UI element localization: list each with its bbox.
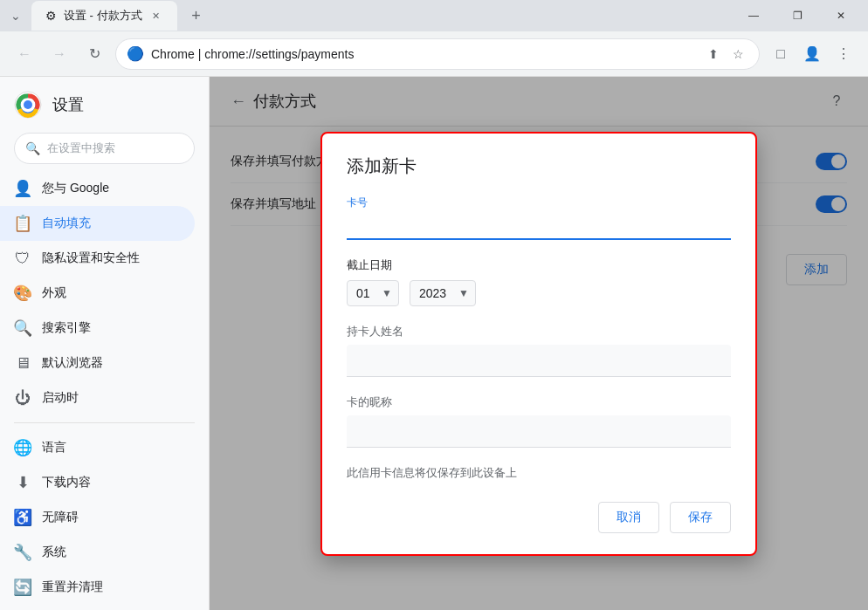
sidebar-divider (14, 422, 195, 423)
sidebar-item-system[interactable]: 🔧 系统 (0, 535, 195, 570)
sidebar-item-autofill-label: 自动填充 (42, 216, 91, 231)
reset-icon: 🔄 (14, 579, 31, 596)
site-info-icon: 🔵 (127, 45, 144, 62)
appearance-icon: 🎨 (14, 284, 31, 302)
privacy-icon: 🛡 (14, 250, 31, 267)
main-layout: 设置 🔍 在设置中搜索 👤 您与 Google 📋 自动填充 🛡 隐私设置和安全… (0, 77, 868, 610)
forward-button[interactable]: → (45, 40, 73, 68)
window-controls: — ❐ ✕ (734, 0, 861, 31)
startup-icon: ⏻ (14, 389, 31, 407)
sidebar-item-download[interactable]: ⬇ 下载内容 (0, 465, 195, 500)
sidebar: 设置 🔍 在设置中搜索 👤 您与 Google 📋 自动填充 🛡 隐私设置和安全… (0, 77, 210, 610)
month-select[interactable]: 01 02 03 04 05 06 07 08 09 10 11 (347, 280, 399, 306)
sidebar-search[interactable]: 🔍 在设置中搜索 (14, 133, 195, 164)
close-button[interactable]: ✕ (821, 0, 861, 31)
sidebar-item-appearance-label: 外观 (42, 285, 66, 301)
sidebar-item-privacy[interactable]: 🛡 隐私设置和安全性 (0, 241, 195, 276)
address-bar[interactable]: 🔵 Chrome | chrome://settings/payments ⬆ … (115, 38, 760, 70)
minimize-button[interactable]: — (734, 0, 774, 31)
accessibility-icon: ♿ (14, 509, 31, 526)
profile-icon[interactable]: 👤 (798, 40, 826, 68)
title-bar: ⌄ ⚙ 设置 - 付款方式 ✕ + — ❐ ✕ (0, 0, 868, 31)
tab-favicon: ⚙ (45, 9, 57, 23)
cardholder-label: 持卡人姓名 (347, 324, 731, 339)
autofill-icon: 📋 (14, 215, 31, 232)
expiry-label: 截止日期 (347, 257, 731, 273)
chrome-logo (14, 91, 42, 119)
svg-point-3 (24, 100, 32, 109)
sidebar-item-autofill[interactable]: 📋 自动填充 (0, 206, 195, 241)
menu-icon[interactable]: ⋮ (830, 40, 858, 68)
address-text: Chrome | chrome://settings/payments (151, 47, 696, 61)
sidebar-item-privacy-label: 隐私设置和安全性 (42, 250, 140, 266)
card-number-label: 卡号 (347, 195, 731, 210)
tab-title: 设置 - 付款方式 (64, 8, 142, 24)
restore-button[interactable]: ❐ (777, 0, 817, 31)
sidebar-header: 设置 (0, 84, 209, 126)
google-icon: 👤 (14, 180, 31, 197)
sidebar-item-search[interactable]: 🔍 搜索引擎 (0, 311, 195, 346)
cardholder-input[interactable] (347, 345, 731, 377)
sidebar-item-startup[interactable]: ⏻ 启动时 (0, 380, 195, 415)
sidebar-item-accessibility[interactable]: ♿ 无障碍 (0, 500, 195, 535)
info-text: 此信用卡信息将仅保存到此设备上 (347, 465, 731, 481)
sidebar-item-google-label: 您与 Google (42, 181, 109, 196)
nav-bar: ← → ↻ 🔵 Chrome | chrome://settings/payme… (0, 31, 868, 77)
dialog-title: 添加新卡 (347, 154, 731, 178)
tab-close-button[interactable]: ✕ (149, 9, 163, 23)
dialog-backdrop: 添加新卡 卡号 截止日期 01 02 03 (210, 77, 868, 610)
sidebar-item-appearance[interactable]: 🎨 外观 (0, 276, 195, 311)
address-actions: ⬆ ☆ (703, 44, 748, 65)
sidebar-item-browser-label: 默认浏览器 (42, 355, 103, 371)
search-engine-icon: 🔍 (14, 319, 31, 337)
chrome-label: Chrome | chrome://settings/payments (151, 47, 354, 61)
nickname-input[interactable] (347, 415, 731, 448)
nav-right-actions: □ 👤 ⋮ (767, 40, 858, 68)
language-icon: 🌐 (14, 439, 31, 456)
browser-icon: 🖥 (14, 354, 31, 372)
window-chevron[interactable]: ⌄ (7, 5, 24, 26)
bookmark-icon[interactable]: ☆ (727, 44, 748, 65)
sidebar-item-search-label: 搜索引擎 (42, 320, 91, 336)
new-tab-button[interactable]: + (184, 3, 209, 28)
sidebar-item-google[interactable]: 👤 您与 Google (0, 171, 195, 206)
title-bar-left: ⌄ ⚙ 设置 - 付款方式 ✕ + (7, 1, 209, 31)
save-button[interactable]: 保存 (670, 502, 731, 533)
add-card-dialog: 添加新卡 卡号 截止日期 01 02 03 (320, 132, 757, 556)
sidebar-item-language[interactable]: 🌐 语言 (0, 430, 195, 465)
expiry-field: 截止日期 01 02 03 04 05 06 07 08 (347, 257, 731, 306)
search-placeholder: 在设置中搜索 (47, 141, 115, 156)
share-icon[interactable]: ⬆ (703, 44, 724, 65)
nickname-field: 卡的昵称 (347, 394, 731, 448)
date-row: 01 02 03 04 05 06 07 08 09 10 11 (347, 280, 731, 306)
cancel-button[interactable]: 取消 (598, 502, 659, 533)
back-button[interactable]: ← (10, 40, 38, 68)
cardholder-field: 持卡人姓名 (347, 324, 731, 377)
active-tab[interactable]: ⚙ 设置 - 付款方式 ✕ (31, 1, 177, 31)
year-wrapper: 2023 2024 2025 2026 2027 2028 2029 2030 … (410, 280, 476, 306)
sidebar-item-startup-label: 启动时 (42, 390, 79, 406)
sidebar-item-browser[interactable]: 🖥 默认浏览器 (0, 346, 195, 380)
content-area: ← 付款方式 ? 保存并填写付款方式 保存并填写地址 添加 添加新卡 (210, 77, 868, 610)
card-number-input[interactable] (347, 214, 731, 240)
search-icon: 🔍 (25, 141, 40, 155)
year-select[interactable]: 2023 2024 2025 2026 2027 2028 2029 2030 (410, 280, 476, 306)
sidebar-item-language-label: 语言 (42, 440, 66, 456)
system-icon: 🔧 (14, 544, 31, 561)
nickname-label: 卡的昵称 (347, 394, 731, 410)
sidebar-item-reset-label: 重置并清理 (42, 579, 103, 595)
download-icon: ⬇ (14, 474, 31, 491)
refresh-button[interactable]: ↻ (80, 40, 108, 68)
dialog-actions: 取消 保存 (347, 502, 731, 533)
sidebar-item-accessibility-label: 无障碍 (42, 510, 79, 525)
sidebar-item-reset[interactable]: 🔄 重置并清理 (0, 570, 195, 605)
sidebar-item-download-label: 下载内容 (42, 475, 91, 490)
sidebar-item-system-label: 系统 (42, 545, 66, 560)
card-number-field: 卡号 (347, 195, 731, 240)
sidebar-title: 设置 (52, 94, 84, 115)
month-wrapper: 01 02 03 04 05 06 07 08 09 10 11 (347, 280, 399, 306)
extension-icon[interactable]: □ (767, 40, 795, 68)
